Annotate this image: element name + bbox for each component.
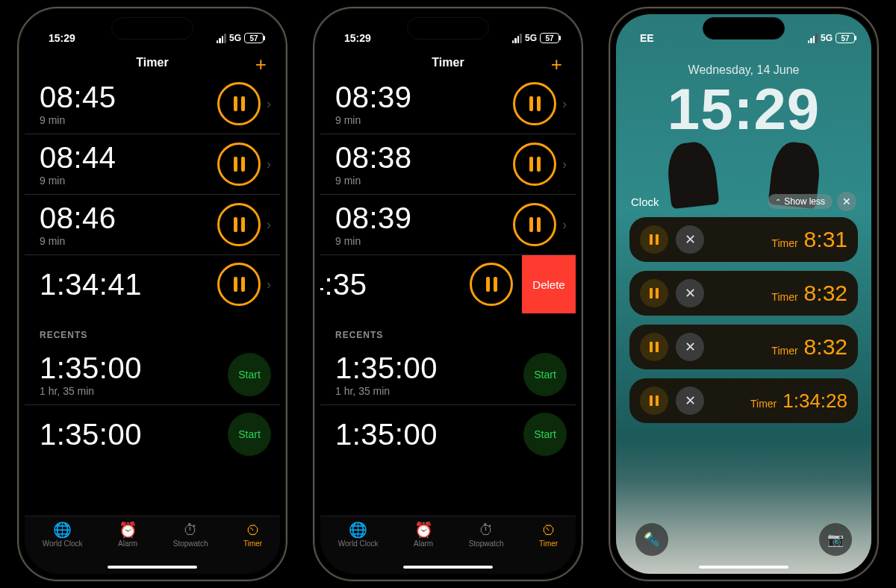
timer-row[interactable]: 08:44 9 min ›: [25, 134, 280, 194]
pause-icon: [529, 217, 541, 232]
chevron-right-icon[interactable]: ›: [562, 217, 567, 233]
home-indicator[interactable]: [108, 566, 197, 569]
live-activity-item[interactable]: ✕ Timer8:32: [629, 325, 858, 369]
chevron-right-icon[interactable]: ›: [267, 217, 271, 233]
carrier-label: EE: [640, 32, 654, 44]
chevron-right-icon[interactable]: ›: [562, 157, 567, 172]
tab-timer[interactable]: ⏲Timer: [243, 522, 262, 548]
home-indicator[interactable]: [699, 566, 788, 569]
timer-remaining: 08:39: [335, 81, 412, 113]
recent-row[interactable]: 1:35:00 1 hr, 35 min Start: [320, 345, 576, 404]
status-right: 5G 57: [808, 33, 855, 43]
pause-icon: [529, 157, 541, 172]
live-activity-item[interactable]: ✕ Timer8:32: [629, 271, 858, 316]
timer-icon: ⏲: [246, 522, 261, 537]
close-icon: ✕: [685, 392, 696, 409]
screen: 15:29 5G 57 Timer + 08:39 9 min: [320, 14, 576, 574]
navbar: Timer +: [320, 51, 576, 74]
timer-value: 8:31: [804, 227, 847, 252]
timer-row[interactable]: 08:45 9 min ›: [25, 74, 280, 134]
start-button[interactable]: Start: [523, 413, 567, 456]
tab-stopwatch[interactable]: ⏱Stopwatch: [173, 522, 208, 548]
recent-duration: 1 hr, 35 min: [40, 385, 142, 397]
timer-remaining: 1:34:41: [40, 269, 142, 300]
dismiss-button[interactable]: ✕: [837, 192, 856, 211]
timer-duration: 9 min: [335, 114, 412, 126]
cancel-button[interactable]: ✕: [676, 387, 704, 415]
timer-row[interactable]: 08:39 9 min ›: [320, 74, 576, 134]
pause-button[interactable]: [640, 279, 668, 307]
timer-row[interactable]: 08:38 9 min ›: [320, 134, 576, 194]
recent-row[interactable]: 1:35:00 1 hr, 35 min Start: [25, 345, 280, 404]
chevron-right-icon[interactable]: ›: [267, 157, 271, 172]
live-activity-item[interactable]: ✕ Timer8:31: [629, 217, 858, 262]
pause-button[interactable]: [470, 263, 513, 306]
pause-button[interactable]: [513, 143, 556, 186]
pause-button[interactable]: [640, 387, 668, 415]
tab-world-clock[interactable]: 🌐World Clock: [338, 522, 379, 548]
pause-button[interactable]: [217, 143, 261, 186]
home-indicator[interactable]: [403, 566, 493, 569]
live-activity-item[interactable]: ✕ Timer1:34:28: [629, 378, 858, 423]
tab-alarm[interactable]: ⏰Alarm: [414, 522, 433, 548]
pause-button[interactable]: [217, 203, 261, 246]
chevron-right-icon[interactable]: ›: [267, 277, 271, 293]
chevron-right-icon[interactable]: ›: [267, 96, 271, 112]
pause-button[interactable]: [640, 225, 668, 254]
timer-row-swiped[interactable]: 34:35 › Delete: [320, 254, 576, 313]
timer-label: Timer: [771, 345, 797, 357]
phone-frame: 15:29 5G 57 Timer + 08:45 9 min: [17, 7, 287, 581]
status-right: 5G 57: [512, 33, 559, 43]
start-button[interactable]: Start: [228, 353, 271, 396]
recent-row[interactable]: 1:35:00 Start: [320, 404, 576, 463]
pause-button[interactable]: [217, 82, 261, 125]
status-time: 15:29: [344, 32, 371, 44]
pause-button[interactable]: [513, 203, 556, 246]
live-activities-list: ✕ Timer8:31 ✕ Timer8:32 ✕ Timer8:32 ✕ Ti…: [629, 217, 858, 423]
camera-button[interactable]: 📷: [819, 523, 852, 556]
show-less-button[interactable]: ⌃ Show less: [768, 194, 833, 209]
tab-alarm[interactable]: ⏰Alarm: [118, 522, 137, 548]
recent-timers-list: 1:35:00 1 hr, 35 min Start 1:35:00 Start: [320, 345, 576, 463]
recent-time: 1:35:00: [335, 352, 438, 384]
live-activity-app-label: Clock: [631, 196, 659, 208]
pause-icon: [234, 96, 245, 111]
timer-label: Timer: [750, 398, 777, 410]
page-title: Timer: [136, 56, 168, 69]
dynamic-island: [111, 17, 193, 40]
add-timer-button[interactable]: +: [255, 53, 267, 76]
chevron-right-icon[interactable]: ›: [562, 96, 567, 112]
tab-stopwatch[interactable]: ⏱Stopwatch: [469, 522, 504, 548]
screen: 15:29 5G 57 Timer + 08:45 9 min: [25, 14, 280, 574]
active-timers-list: 08:39 9 min › 08:38 9 min ›: [320, 74, 576, 313]
battery-icon: 57: [244, 33, 264, 43]
timer-label: Timer: [771, 237, 797, 249]
cancel-button[interactable]: ✕: [676, 279, 704, 307]
timer-row[interactable]: 08:39 9 min ›: [320, 194, 576, 254]
flashlight-button[interactable]: 🔦: [635, 523, 668, 556]
timer-remaining: 08:46: [40, 202, 116, 234]
signal-icon: [217, 34, 226, 43]
cancel-button[interactable]: ✕: [676, 333, 704, 361]
tab-timer[interactable]: ⏲Timer: [539, 522, 558, 548]
pause-button[interactable]: [513, 82, 556, 125]
pause-button[interactable]: [217, 263, 261, 306]
cancel-button[interactable]: ✕: [676, 225, 704, 254]
delete-button[interactable]: Delete: [522, 255, 576, 313]
recent-duration: 1 hr, 35 min: [335, 385, 438, 397]
timer-duration: 9 min: [40, 114, 116, 126]
close-icon: ✕: [685, 339, 696, 355]
add-timer-button[interactable]: +: [551, 53, 562, 76]
timer-remaining: 08:45: [40, 81, 116, 113]
recent-row[interactable]: 1:35:00 Start: [25, 404, 280, 463]
recent-time: 1:35:00: [335, 419, 438, 450]
start-button[interactable]: Start: [523, 353, 567, 396]
timer-row[interactable]: 08:46 9 min ›: [25, 194, 280, 254]
timer-row[interactable]: 1:34:41 ›: [25, 254, 280, 313]
start-button[interactable]: Start: [228, 413, 271, 456]
pause-button[interactable]: [640, 333, 668, 361]
camera-icon: 📷: [827, 531, 844, 548]
recents-header: RECENTS: [25, 313, 280, 345]
tab-world-clock[interactable]: 🌐World Clock: [43, 522, 83, 548]
recent-timers-list: 1:35:00 1 hr, 35 min Start 1:35:00 Start: [25, 345, 280, 463]
